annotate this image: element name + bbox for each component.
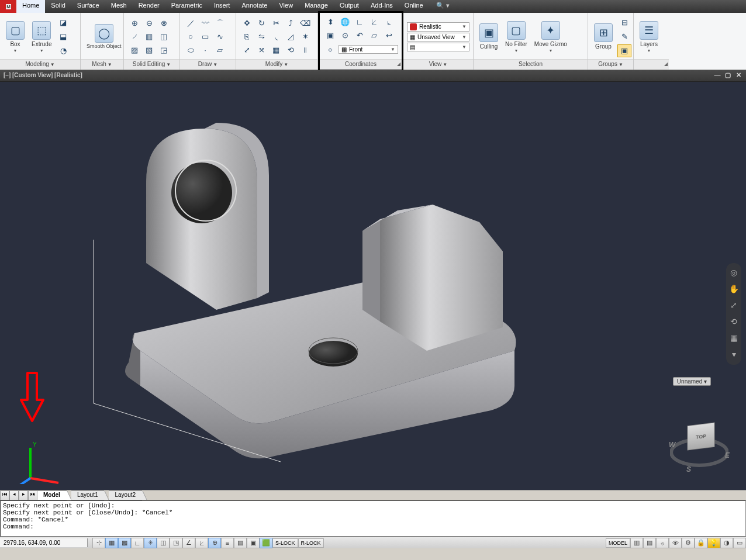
circle-icon[interactable]: ○ [184,30,198,43]
erase-icon[interactable]: ⌫ [298,17,312,30]
zoom-extents-icon[interactable]: ⤢ [728,300,739,311]
viewcube-s[interactable]: S [686,465,691,473]
copy-icon[interactable]: ⎘ [240,30,254,43]
visual-style-dropdown[interactable]: Realistic▼ [407,22,469,32]
command-window[interactable]: Specify next point or [Undo]: Specify ne… [0,500,746,537]
union-icon[interactable]: ⊕ [127,17,141,30]
otrack-toggle[interactable]: ∠ [182,538,195,548]
ucs-world-icon[interactable]: 🌐 [338,15,352,28]
imprint-icon[interactable]: ◫ [157,30,171,43]
close-button[interactable]: ✕ [733,71,744,79]
annotation-visibility-icon[interactable]: 👁 [669,538,682,548]
orbit-icon[interactable]: ⟲ [728,317,739,327]
toolbar-lock-icon[interactable]: 🔒 [695,538,707,548]
menu-tab-render[interactable]: Render [133,0,165,13]
slice-icon[interactable]: ⟋ [127,30,141,43]
polyline-icon[interactable]: 〰 [198,17,212,30]
menu-tab-home[interactable]: Home [16,0,45,13]
presspull-icon[interactable]: ⬓ [56,30,70,43]
menu-tab-annotate[interactable]: Annotate [236,0,273,13]
full-nav-wheel-icon[interactable]: ◎ [728,268,739,278]
explode-icon[interactable]: ✶ [298,30,312,43]
viewcube-top-face[interactable]: TOP [688,422,715,450]
command-input[interactable] [36,523,743,530]
quickview-drawings-icon[interactable]: ▤ [643,538,656,548]
viewcube-w[interactable]: W [669,441,675,449]
panel-title-modify[interactable]: Modify▼ [236,59,317,70]
ucs-z-icon[interactable]: ⦜ [382,15,396,28]
3dosnap-toggle[interactable]: ◳ [170,538,182,548]
panel-title-groups[interactable]: Groups▼ [588,59,633,70]
lwt-toggle[interactable]: ≡ [221,538,234,548]
panel-title-draw[interactable]: Draw▼ [180,59,236,70]
fillet-edge-icon[interactable]: ◲ [157,44,171,57]
nav-expand-icon[interactable]: ▾ [728,350,739,360]
ucs-y-icon[interactable]: ⟀ [367,15,381,28]
layout-tab-layout1[interactable]: Layout1 [71,490,105,500]
rlock-toggle[interactable]: R-LOCK [298,538,324,548]
scale-icon[interactable]: ⤧ [254,44,268,57]
workspace-switching-icon[interactable]: ⚙ [682,538,695,548]
ucs-origin-icon[interactable]: ⊙ [338,29,352,42]
pan-icon[interactable]: ✋ [728,284,739,295]
viewcube-e[interactable]: E [725,451,730,459]
ortho-toggle[interactable]: ∟ [131,538,144,548]
sc-toggle[interactable]: 🟩 [260,538,272,548]
osnap-toggle[interactable]: ◫ [157,538,170,548]
tab-last-icon[interactable]: ⏭ [28,490,37,500]
stretch-icon[interactable]: ⤢ [240,44,254,57]
ucs-object-icon[interactable]: ↶ [353,29,367,42]
arc-icon[interactable]: ⌒ [213,17,227,30]
ellipse-icon[interactable]: ⬭ [184,44,198,57]
view-name-dropdown[interactable]: ▦Unsaved View▼ [407,33,469,42]
no-filter-button[interactable]: ▢No Filter▼ [503,20,530,54]
viewport[interactable]: Y X Z ◎ ✋ ⤢ ⟲ ▦ ▾ Unnamed ▾ TOP W E S [0,82,746,490]
move-icon[interactable]: ✥ [240,17,254,30]
ungroup-icon[interactable]: ⊟ [617,16,631,29]
panel-title-modeling[interactable]: Modeling▼ [0,59,80,70]
ucs-named-icon[interactable]: ⟐ [323,43,337,56]
status-coords[interactable]: 2979.16, 634.09, 0.00 [0,538,88,547]
viewcube[interactable]: TOP W E S [670,420,728,472]
rotate-icon[interactable]: ↻ [254,17,268,30]
grid-toggle[interactable]: ▩ [118,538,131,548]
quickview-layouts-icon[interactable]: ▥ [630,538,643,548]
polar-toggle[interactable]: ✳ [144,538,157,548]
model-space-toggle[interactable]: MODEL [606,538,630,548]
revolve-icon[interactable]: ◔ [56,44,70,57]
smooth-object-button[interactable]: ◯Smooth Object [84,23,124,50]
trim-icon[interactable]: ✂ [269,17,283,30]
polysolid-icon[interactable]: ◪ [56,16,70,29]
showmotion-icon[interactable]: ▦ [728,333,739,344]
array-icon[interactable]: ▦ [269,44,283,57]
tab-first-icon[interactable]: ⏮ [0,490,9,500]
ucs-face-icon[interactable]: ▱ [367,29,381,42]
ucs-unnamed-badge[interactable]: Unnamed ▾ [673,377,711,386]
snap-toggle[interactable]: ▦ [105,538,118,548]
thicken-icon[interactable]: ▥ [142,30,156,43]
extrude-button[interactable]: ⬚Extrude▼ [29,20,54,54]
menu-tab-surface[interactable]: Surface [71,0,105,13]
group-bbox-icon[interactable]: ▣ [617,44,631,57]
menu-tab-parametric[interactable]: Parametric [165,0,208,13]
rectangle-icon[interactable]: ▭ [198,30,212,43]
ducs-toggle[interactable]: ⟀ [195,538,208,548]
minimize-button[interactable]: — [712,71,723,79]
mirror-icon[interactable]: ⇋ [254,30,268,43]
viewport-title[interactable]: [–] [Custom View] [Realistic] [4,72,82,78]
ucs-x-icon[interactable]: ∟ [353,15,367,28]
qp-toggle[interactable]: ▣ [247,538,260,548]
extract-edges-icon[interactable]: ▨ [127,44,141,57]
ucs-front-dropdown[interactable]: ▦Front▼ [339,45,398,54]
slock-toggle[interactable]: S-LOCK [272,538,298,548]
ucs-icon-tool[interactable]: ⬍ [323,15,337,28]
panel-title-mesh[interactable]: Mesh▼ [81,59,123,70]
ucs-view-icon[interactable]: ▣ [323,29,337,42]
align-icon[interactable]: ⫴ [298,44,312,57]
view-extra-dropdown[interactable]: ▤▼ [407,43,469,51]
clean-screen-icon[interactable]: ▭ [733,538,746,548]
fillet-icon[interactable]: ◟ [269,30,283,43]
app-menu-button[interactable]: M [0,0,16,13]
menu-tab-insert[interactable]: Insert [208,0,236,13]
tab-next-icon[interactable]: ▸ [19,490,28,500]
